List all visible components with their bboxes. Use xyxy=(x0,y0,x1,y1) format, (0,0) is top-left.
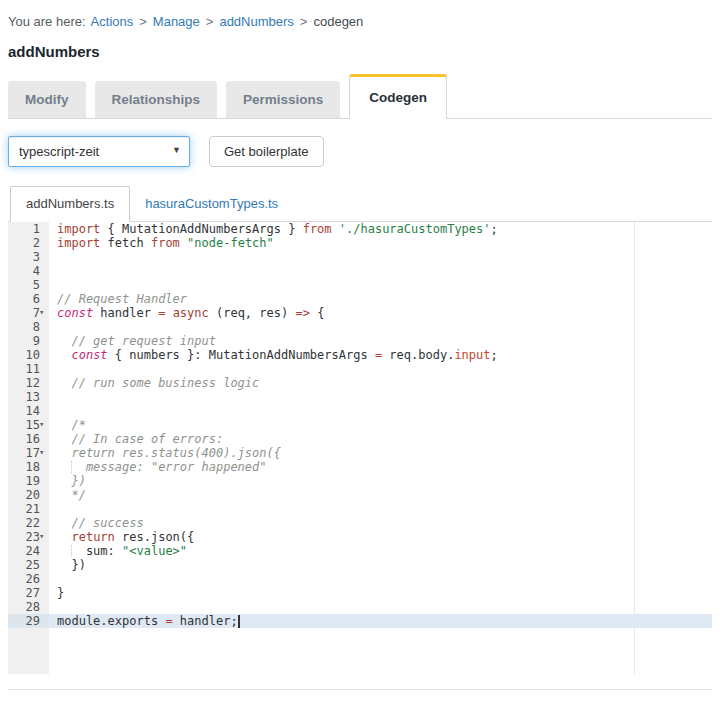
get-boilerplate-button[interactable]: Get boilerplate xyxy=(209,136,324,167)
code-text[interactable]: return res.status(400).json({ xyxy=(49,446,712,460)
line-number: 11 xyxy=(8,362,49,376)
code-line[interactable]: 18 message: "error happened" xyxy=(8,460,712,474)
breadcrumb-item-manage[interactable]: Manage xyxy=(153,14,200,29)
fold-arrow-icon[interactable]: ▾ xyxy=(39,417,49,431)
code-line[interactable]: 5 xyxy=(8,278,712,292)
code-line[interactable]: 9 // get request input xyxy=(8,334,712,348)
code-lines: 1import { MutationAddNumbersArgs } from … xyxy=(8,222,712,628)
breadcrumb-item-codegen: codegen xyxy=(313,14,363,29)
gutter-cell: 10 xyxy=(8,348,49,362)
code-line[interactable]: 13 xyxy=(8,390,712,404)
code-line[interactable]: 2import fetch from "node-fetch" xyxy=(8,236,712,250)
code-line[interactable]: 16 // In case of errors: xyxy=(8,432,712,446)
code-line[interactable]: 7▾const handler = async (req, res) => { xyxy=(8,306,712,320)
code-line[interactable]: 29module.exports = handler; xyxy=(8,614,712,628)
code-text[interactable]: */ xyxy=(49,488,712,502)
code-text[interactable] xyxy=(49,600,712,614)
tab-modify[interactable]: Modify xyxy=(8,81,86,118)
line-number: 19 xyxy=(8,474,49,488)
code-text[interactable] xyxy=(49,250,712,264)
code-text[interactable] xyxy=(49,404,712,418)
file-tab-hasuraCustomTypes.ts[interactable]: hasuraCustomTypes.ts xyxy=(130,187,293,221)
code-line[interactable]: 10 const { numbers }: MutationAddNumbers… xyxy=(8,348,712,362)
code-text[interactable] xyxy=(49,362,712,376)
code-text[interactable]: sum: "<value>" xyxy=(49,544,712,558)
code-line[interactable]: 22 // success xyxy=(8,516,712,530)
gutter-cell: 20 xyxy=(8,488,49,502)
divider xyxy=(8,689,712,690)
code-text[interactable]: } xyxy=(49,586,712,600)
code-line[interactable]: 1import { MutationAddNumbersArgs } from … xyxy=(8,222,712,236)
code-editor[interactable]: 1import { MutationAddNumbersArgs } from … xyxy=(8,222,712,674)
code-text[interactable]: /* xyxy=(49,418,712,432)
code-text[interactable]: // run some business logic xyxy=(49,376,712,390)
code-text[interactable] xyxy=(49,572,712,586)
code-text[interactable]: }) xyxy=(49,474,712,488)
code-line[interactable]: 21 xyxy=(8,502,712,516)
gutter-cell: 13 xyxy=(8,390,49,404)
code-text[interactable]: message: "error happened" xyxy=(49,460,712,474)
code-text[interactable] xyxy=(49,278,712,292)
code-text[interactable]: import { MutationAddNumbersArgs } from '… xyxy=(49,222,712,236)
code-line[interactable]: 23▾ return res.json({ xyxy=(8,530,712,544)
file-tabs: addNumbers.tshasuraCustomTypes.ts xyxy=(8,186,712,222)
code-line[interactable]: 25 }) xyxy=(8,558,712,572)
line-number: 25 xyxy=(8,558,49,572)
code-line[interactable]: 27} xyxy=(8,586,712,600)
breadcrumb-item-addnumbers[interactable]: addNumbers xyxy=(219,14,293,29)
line-number: 10 xyxy=(8,348,49,362)
code-text[interactable]: // get request input xyxy=(49,334,712,348)
code-text[interactable]: // In case of errors: xyxy=(49,432,712,446)
breadcrumb-item-actions[interactable]: Actions xyxy=(91,14,134,29)
code-text[interactable] xyxy=(49,502,712,516)
code-line[interactable]: 20 */ xyxy=(8,488,712,502)
code-line[interactable]: 19 }) xyxy=(8,474,712,488)
breadcrumb-prefix: You are here: xyxy=(8,14,86,29)
gutter-cell: 8 xyxy=(8,320,49,334)
code-line[interactable]: 6// Request Handler xyxy=(8,292,712,306)
line-number: 12 xyxy=(8,376,49,390)
line-number: 29 xyxy=(8,614,49,628)
tab-codegen[interactable]: Codegen xyxy=(349,74,447,119)
gutter-cell: 15▾ xyxy=(8,418,49,432)
gutter-cell: 3 xyxy=(8,250,49,264)
code-text[interactable]: const handler = async (req, res) => { xyxy=(49,306,712,320)
fold-arrow-icon[interactable]: ▾ xyxy=(39,305,49,319)
code-line[interactable]: 26 xyxy=(8,572,712,586)
code-text[interactable]: return res.json({ xyxy=(49,530,712,544)
code-text[interactable]: // Request Handler xyxy=(49,292,712,306)
gutter-cell: 23▾ xyxy=(8,530,49,544)
code-line[interactable]: 15▾ /* xyxy=(8,418,712,432)
code-line[interactable]: 24 sum: "<value>" xyxy=(8,544,712,558)
tab-relationships[interactable]: Relationships xyxy=(95,81,218,118)
code-text[interactable] xyxy=(49,320,712,334)
code-line[interactable]: 12 // run some business logic xyxy=(8,376,712,390)
code-line[interactable]: 8 xyxy=(8,320,712,334)
code-text[interactable]: module.exports = handler; xyxy=(49,614,712,628)
code-line[interactable]: 28 xyxy=(8,600,712,614)
code-line[interactable]: 14 xyxy=(8,404,712,418)
code-text[interactable]: import fetch from "node-fetch" xyxy=(49,236,712,250)
gutter-cell: 9 xyxy=(8,334,49,348)
fold-arrow-icon[interactable]: ▾ xyxy=(39,529,49,543)
code-text[interactable]: const { numbers }: MutationAddNumbersArg… xyxy=(49,348,712,362)
file-tab-addNumbers.ts[interactable]: addNumbers.ts xyxy=(10,186,130,222)
line-number: 27 xyxy=(8,586,49,600)
gutter-cell: 11 xyxy=(8,362,49,376)
tab-permissions[interactable]: Permissions xyxy=(226,81,340,118)
code-line[interactable]: 3 xyxy=(8,250,712,264)
framework-select-wrap: typescript-zeit ▼ xyxy=(8,136,190,167)
line-number: 8 xyxy=(8,320,49,334)
code-text[interactable] xyxy=(49,390,712,404)
code-line[interactable]: 17▾ return res.status(400).json({ xyxy=(8,446,712,460)
code-text[interactable]: // success xyxy=(49,516,712,530)
line-number: 6 xyxy=(8,292,49,306)
code-text[interactable] xyxy=(49,264,712,278)
fold-arrow-icon[interactable]: ▾ xyxy=(39,445,49,459)
line-number: 9 xyxy=(8,334,49,348)
code-text[interactable]: }) xyxy=(49,558,712,572)
gutter-cell: 19 xyxy=(8,474,49,488)
code-line[interactable]: 11 xyxy=(8,362,712,376)
codegen-framework-select[interactable]: typescript-zeit xyxy=(8,136,190,167)
code-line[interactable]: 4 xyxy=(8,264,712,278)
